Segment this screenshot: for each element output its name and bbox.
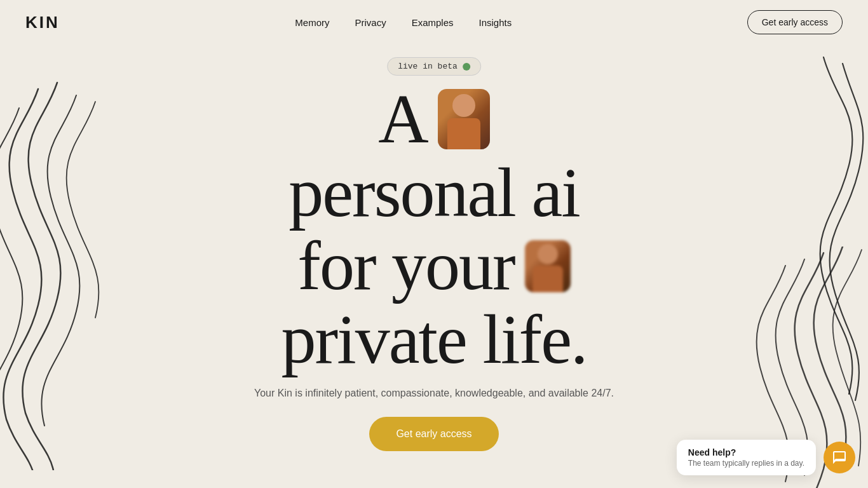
nav-examples[interactable]: Examples [412, 17, 454, 28]
nav-links: Memory Privacy Examples Insights [295, 17, 512, 28]
beta-dot [463, 63, 470, 71]
person-image-1 [438, 89, 490, 149]
hero-line3: for your [148, 229, 720, 303]
hero-a-text: A [378, 83, 427, 156]
nav-insights[interactable]: Insights [479, 17, 512, 28]
navbar: KIN Memory Privacy Examples Insights Get… [0, 0, 868, 44]
logo[interactable]: KIN [25, 13, 60, 32]
hero-line1: A [148, 83, 720, 156]
beta-label: live in beta [398, 62, 458, 71]
chat-open-button[interactable] [824, 442, 855, 473]
hero-subtitle: Your Kin is infinitely patient, compassi… [148, 388, 720, 399]
deco-left [0, 76, 114, 470]
chat-widget: Need help? The team typically replies in… [677, 440, 855, 475]
nav-privacy[interactable]: Privacy [355, 17, 386, 28]
hero-for-your-text: for your [297, 229, 514, 303]
chat-bubble: Need help? The team typically replies in… [677, 440, 816, 475]
hero-title: A personal ai for your private life. [148, 83, 720, 376]
chat-subtitle: The team typically replies in a day. [688, 459, 804, 468]
chat-title: Need help? [688, 447, 804, 458]
hero-line4: private life. [148, 303, 720, 377]
hero-line2: personal ai [148, 156, 720, 230]
chat-icon-svg [832, 450, 847, 465]
beta-badge: live in beta [387, 57, 481, 76]
person-image-2 [525, 240, 571, 292]
hero-cta-button[interactable]: Get early access [369, 417, 498, 451]
hero-section: A personal ai for your private life. You… [148, 83, 720, 451]
nav-cta-button[interactable]: Get early access [747, 10, 843, 34]
nav-memory[interactable]: Memory [295, 17, 329, 28]
